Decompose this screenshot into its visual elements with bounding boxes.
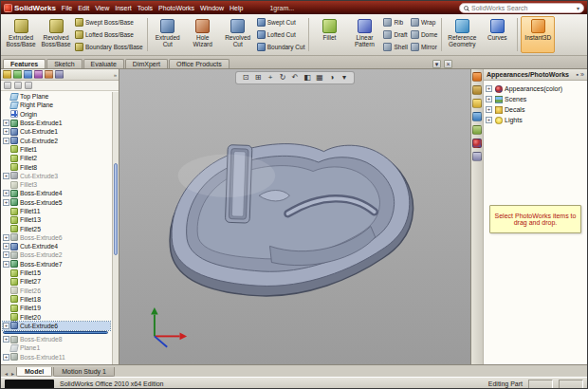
document-tab[interactable]: Model [16, 367, 52, 377]
tree-item[interactable]: + Decals [486, 104, 585, 115]
tree-item[interactable]: + Cut-Extrude6 [3, 322, 110, 330]
ribbon-button[interactable]: Lofted Cut [257, 30, 305, 39]
tree-item[interactable]: Fillet27 [3, 277, 110, 286]
search-dropdown-icon[interactable]: ▾ [577, 5, 579, 11]
appearances-photoworks-icon[interactable] [472, 139, 482, 148]
ribbon-button[interactable]: Revolved Cut [221, 16, 255, 53]
tree-item[interactable]: Top Plane [3, 92, 110, 101]
menu-item[interactable]: Insert [112, 5, 135, 11]
expander-icon[interactable]: + [3, 251, 9, 258]
command-tab[interactable]: Office Products [169, 59, 230, 68]
command-tab[interactable]: Evaluate [83, 59, 124, 68]
command-tab[interactable]: Sketch [46, 59, 82, 68]
tree-item[interactable]: + Lights [486, 115, 585, 125]
ribbon-button[interactable]: Boundary Cut [257, 43, 305, 51]
expander-icon[interactable]: + [3, 336, 9, 343]
ribbon-button[interactable]: Mirror [411, 43, 437, 51]
dimxpertmanager-tab-icon[interactable] [34, 70, 43, 79]
tree-item[interactable]: Right Plane [3, 101, 110, 109]
tree-item[interactable]: Fillet20 [3, 312, 110, 321]
menu-item[interactable]: Window [197, 5, 227, 11]
ribbon-button[interactable]: Boundary Boss/Base [75, 43, 143, 51]
scrollbar-thumb[interactable] [114, 163, 118, 256]
expander-icon[interactable]: + [3, 173, 9, 179]
tree-scrollbar[interactable] [112, 92, 119, 364]
custom-properties-icon[interactable] [472, 152, 482, 161]
ribbon-button[interactable]: Hole Wizard [186, 16, 220, 53]
tab-scroll-right-icon[interactable]: ▸ [9, 370, 16, 377]
expander-icon[interactable]: + [3, 128, 9, 135]
document-tab[interactable]: Motion Study 1 [53, 367, 115, 377]
close-icon[interactable]: × [444, 60, 452, 68]
expander-icon[interactable]: + [486, 85, 492, 92]
ribbon-button[interactable]: Shell [383, 43, 407, 51]
expander-icon[interactable]: + [3, 190, 9, 196]
expander-icon[interactable]: + [3, 120, 9, 126]
expander-icon[interactable]: + [3, 323, 9, 329]
propertymanager-tab-icon[interactable] [13, 70, 22, 79]
tree-item[interactable]: + Boss-Extrude5 [3, 198, 110, 207]
tree-item[interactable]: Fillet3 [3, 180, 110, 189]
ribbon-button[interactable]: Instant3D [521, 16, 555, 53]
ribbon-button[interactable]: Lofted Boss/Base [75, 30, 143, 39]
ribbon-button[interactable]: Reference Geometry [445, 16, 479, 53]
expander-icon[interactable]: + [3, 138, 9, 144]
tree-item[interactable]: Fillet13 [3, 215, 110, 224]
collapse-all-icon[interactable] [25, 82, 32, 89]
tree-item[interactable]: Fillet26 [3, 287, 110, 295]
solidworks-resources-icon[interactable] [472, 72, 482, 82]
featuremanager-tab-icon[interactable] [3, 70, 11, 79]
tree-item[interactable]: Fillet11 [3, 207, 110, 215]
zoom-area-icon[interactable]: ⊞ [253, 73, 263, 83]
tree-item[interactable]: + Scenes [486, 94, 585, 104]
section-view-icon[interactable]: ◧ [303, 73, 312, 83]
tree-item[interactable]: Fillet8 [3, 162, 110, 171]
collapse-pane-icon[interactable]: » [580, 71, 584, 78]
photoworks-manager-tab-icon[interactable] [55, 70, 64, 79]
tree-item[interactable]: + Boss-Extrude7 [3, 260, 110, 269]
expander-icon[interactable]: + [3, 261, 9, 268]
configurationmanager-tab-icon[interactable] [24, 70, 32, 79]
file-explorer-icon[interactable] [472, 99, 482, 108]
ribbon-button[interactable]: Swept Boss/Base [75, 18, 143, 27]
tree-item[interactable]: + Boss-Extrude8 [3, 335, 110, 343]
collapse-ribbon-icon[interactable]: ▾ [432, 60, 441, 68]
pan-icon[interactable]: + [266, 73, 275, 83]
menu-item[interactable]: Tools [135, 5, 156, 11]
ribbon-button[interactable]: Rib [383, 18, 407, 27]
tree-item[interactable]: + Boss-Extrude2 [3, 250, 110, 259]
ribbon-button[interactable]: Extruded Boss/Base [4, 16, 38, 53]
display-style-icon[interactable]: ▦ [315, 73, 324, 83]
tree-item[interactable]: + Boss-Extrude1 [3, 119, 110, 127]
tree-item[interactable]: + Boss-Extrude4 [3, 189, 110, 197]
tree-item[interactable]: + Cut-Extrude1 [3, 127, 110, 136]
zoom-fit-icon[interactable]: ⊡ [241, 73, 250, 83]
shadows-icon[interactable]: ◑ [327, 73, 337, 83]
tree-item[interactable]: + Cut-Extrude4 [3, 242, 110, 250]
tree-item[interactable]: + Cut-Extrude3 [3, 172, 110, 180]
tab-overflow-icon[interactable]: » [114, 72, 117, 78]
ribbon-button[interactable]: Dome [411, 30, 437, 39]
menu-item[interactable]: Edit [75, 5, 92, 11]
tree-item[interactable]: Fillet18 [3, 295, 110, 304]
rotate-view-icon[interactable]: ↻ [278, 73, 287, 83]
ribbon-button[interactable]: Revolved Boss/Base [39, 16, 73, 53]
ribbon-button[interactable]: Fillet [312, 16, 346, 53]
tree-item[interactable]: + Cut-Extrude2 [3, 136, 110, 144]
tree-item[interactable]: Fillet1 [3, 145, 110, 154]
tree-item[interactable]: Fillet2 [3, 154, 110, 162]
menu-item[interactable]: Help [227, 5, 246, 11]
tree-item[interactable]: + Appearances(color) [486, 83, 585, 94]
tree-item[interactable]: Origin [3, 110, 110, 119]
command-tab[interactable]: DimXpert [125, 59, 168, 68]
expander-icon[interactable]: + [3, 199, 9, 206]
rollback-bar[interactable] [3, 331, 108, 334]
ribbon-button[interactable]: Wrap [411, 18, 437, 27]
tree-item[interactable]: + Boss-Extrude11 [3, 353, 110, 361]
menu-item[interactable]: View [92, 5, 112, 11]
tab-scroll-left-icon[interactable]: ◂ [3, 370, 9, 377]
ribbon-button[interactable]: Linear Pattern [347, 16, 381, 53]
pin-icon[interactable] [14, 82, 22, 89]
ribbon-button[interactable]: Extruded Cut [151, 16, 185, 53]
tree-item[interactable]: Fillet19 [3, 304, 110, 312]
